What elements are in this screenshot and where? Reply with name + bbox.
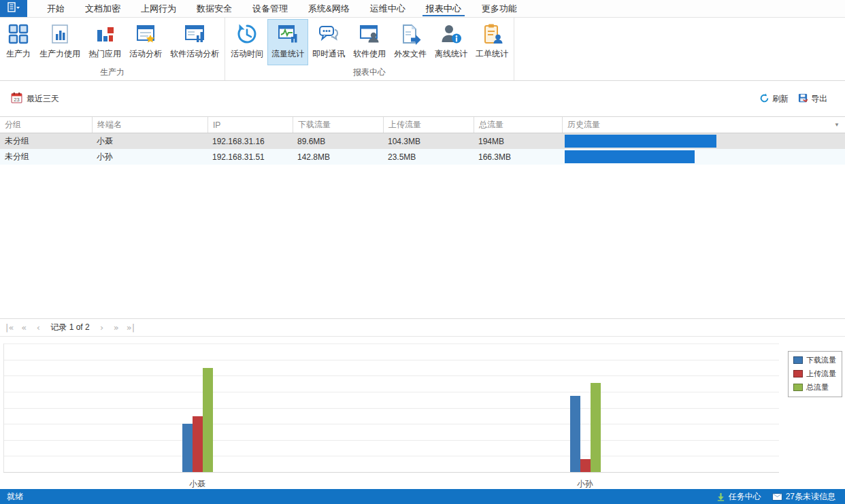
- column-header-分组[interactable]: 分组: [0, 117, 92, 133]
- history-traffic-bar: [565, 150, 695, 163]
- ribbon-button-外发文件[interactable]: 外发文件: [390, 19, 431, 65]
- next-page-button-icon[interactable]: ›: [98, 322, 106, 333]
- bar-上传流量-小孙: [580, 459, 591, 472]
- prev-page-button-icon[interactable]: ‹: [34, 322, 42, 333]
- cell-IP: 192.168.31.16: [208, 133, 293, 149]
- export-icon: [798, 93, 808, 105]
- chart-gridline: [3, 424, 779, 424]
- calendar-icon: 23: [11, 92, 22, 106]
- menu-tab-运维中心[interactable]: 运维中心: [360, 0, 416, 17]
- column-header-终端名[interactable]: 终端名: [92, 117, 208, 133]
- ribbon-group-报表中心: 活动时间流量统计即时通讯软件使用外发文件离线统计工单统计报表中心: [225, 18, 514, 80]
- doc-chart-icon: [48, 22, 71, 46]
- column-header-总流量[interactable]: 总流量: [474, 117, 562, 133]
- status-item-任务中心[interactable]: 任务中心: [716, 491, 761, 503]
- outgoing-files-icon: [399, 22, 422, 46]
- refresh-icon: [759, 93, 769, 105]
- column-header-下载流量[interactable]: 下载流量: [293, 117, 383, 133]
- menu-tab-设备管理[interactable]: 设备管理: [242, 0, 298, 17]
- fast-prev-button-icon[interactable]: «: [20, 322, 28, 333]
- ribbon-button-label: 工单统计: [476, 48, 508, 60]
- legend-item-下载流量: 下载流量: [793, 355, 836, 365]
- date-range-label: 最近三天: [27, 93, 59, 105]
- cell-下载流量: 89.6MB: [293, 133, 383, 149]
- cell-上传流量: 23.5MB: [383, 149, 474, 165]
- mail-icon: [772, 493, 782, 501]
- ribbon-button-label: 流量统计: [271, 48, 304, 60]
- ribbon-button-生产力使用[interactable]: 生产力使用: [35, 19, 84, 65]
- chart-gridline: [3, 360, 779, 360]
- column-header-历史流量[interactable]: 历史流量▼: [562, 117, 845, 133]
- bar-上传流量-小聂: [193, 416, 203, 472]
- ribbon-button-流量统计[interactable]: 流量统计: [267, 19, 308, 65]
- legend-swatch-icon: [793, 370, 803, 377]
- ribbon-button-软件活动分析[interactable]: 软件活动分析: [166, 19, 223, 65]
- fast-next-button-icon[interactable]: »: [112, 322, 120, 333]
- last-page-button-icon[interactable]: »|: [127, 322, 135, 333]
- ribbon-button-label: 生产力使用: [39, 48, 80, 60]
- ribbon-button-离线统计[interactable]: 离线统计: [431, 19, 471, 65]
- ribbon-button-label: 活动分析: [129, 48, 162, 60]
- chart-category-label: 小聂: [189, 478, 205, 490]
- ribbon-button-活动时间[interactable]: 活动时间: [227, 19, 267, 65]
- table-row-小聂[interactable]: 未分组小聂192.168.31.1689.6MB104.3MB194MB: [0, 133, 845, 149]
- date-range-filter[interactable]: 23 最近三天: [11, 92, 59, 106]
- chart-legend: 下载流量上传流量总流量: [788, 351, 842, 397]
- pagination-right-buttons: ›»»|: [98, 322, 135, 333]
- menu-tab-系统&网络[interactable]: 系统&网络: [298, 0, 360, 17]
- cell-分组: 未分组: [0, 149, 92, 165]
- column-header-上传流量[interactable]: 上传流量: [383, 117, 474, 133]
- chart-gridline: [3, 440, 779, 441]
- ribbon-button-即时通讯[interactable]: 即时通讯: [308, 19, 349, 65]
- menu-tab-更多功能[interactable]: 更多功能: [471, 0, 527, 17]
- legend-swatch-icon: [793, 384, 803, 391]
- legend-item-上传流量: 上传流量: [793, 369, 836, 379]
- ribbon-group-生产力: 生产力生产力使用热门应用活动分析软件活动分析生产力: [0, 18, 225, 80]
- cell-历史流量: [562, 133, 845, 149]
- ribbon-button-label: 即时通讯: [312, 48, 345, 60]
- ribbon-button-活动分析[interactable]: 活动分析: [125, 19, 166, 65]
- menu-tab-上网行为[interactable]: 上网行为: [131, 0, 186, 17]
- menu-tab-报表中心[interactable]: 报表中心: [416, 0, 471, 17]
- ribbon-button-软件使用[interactable]: 软件使用: [349, 19, 390, 65]
- ribbon-button-工单统计[interactable]: 工单统计: [471, 19, 512, 65]
- software-usage-icon: [358, 22, 381, 46]
- cell-总流量: 194MB: [474, 133, 562, 149]
- column-header-IP[interactable]: IP: [208, 117, 293, 133]
- status-item-label: 27条未读信息: [786, 491, 835, 503]
- pagination-left-buttons: |««‹: [5, 322, 42, 333]
- filter-toolbar: 23 最近三天 刷新 导出: [0, 82, 845, 116]
- export-button[interactable]: 导出: [798, 93, 827, 105]
- table-header-row: 分组终端名IP下载流量上传流量总流量历史流量▼: [0, 116, 845, 133]
- app-menu-button[interactable]: [0, 0, 27, 17]
- status-item-label: 任务中心: [729, 491, 761, 503]
- ticket-stats-icon: [480, 22, 503, 46]
- first-page-button-icon[interactable]: |«: [5, 322, 14, 333]
- status-item-27条未读信息[interactable]: 27条未读信息: [772, 491, 835, 503]
- activity-time-icon: [235, 22, 259, 46]
- ribbon: 生产力生产力使用热门应用活动分析软件活动分析生产力活动时间流量统计即时通讯软件使…: [0, 18, 845, 81]
- table-body: 未分组小聂192.168.31.1689.6MB104.3MB194MB未分组小…: [0, 133, 845, 165]
- refresh-button[interactable]: 刷新: [759, 93, 789, 105]
- activity-analysis-icon: [134, 22, 157, 46]
- app-menu-icon: [7, 2, 20, 16]
- cell-下载流量: 142.8MB: [293, 149, 383, 165]
- legend-item-总流量: 总流量: [793, 382, 836, 392]
- legend-label: 总流量: [806, 382, 829, 392]
- table-row-小孙[interactable]: 未分组小孙192.168.31.51142.8MB23.5MB166.3MB: [0, 149, 845, 165]
- column-filter-caret-icon[interactable]: ▼: [834, 122, 840, 128]
- refresh-label: 刷新: [772, 93, 789, 105]
- cell-总流量: 166.3MB: [474, 149, 562, 165]
- menu-tab-开始[interactable]: 开始: [37, 0, 75, 17]
- chart-gridline: [3, 343, 779, 344]
- hot-apps-icon: [93, 22, 116, 46]
- cell-分组: 未分组: [0, 133, 92, 149]
- chart-gridline: [3, 375, 779, 376]
- ribbon-button-生产力[interactable]: 生产力: [1, 19, 35, 65]
- menu-tab-文档加密[interactable]: 文档加密: [75, 0, 131, 17]
- ribbon-button-热门应用[interactable]: 热门应用: [84, 19, 125, 65]
- cell-终端名: 小孙: [92, 149, 208, 165]
- chart-gridline: [3, 392, 779, 392]
- ribbon-button-label: 热门应用: [88, 48, 121, 60]
- menu-tab-数据安全[interactable]: 数据安全: [186, 0, 242, 17]
